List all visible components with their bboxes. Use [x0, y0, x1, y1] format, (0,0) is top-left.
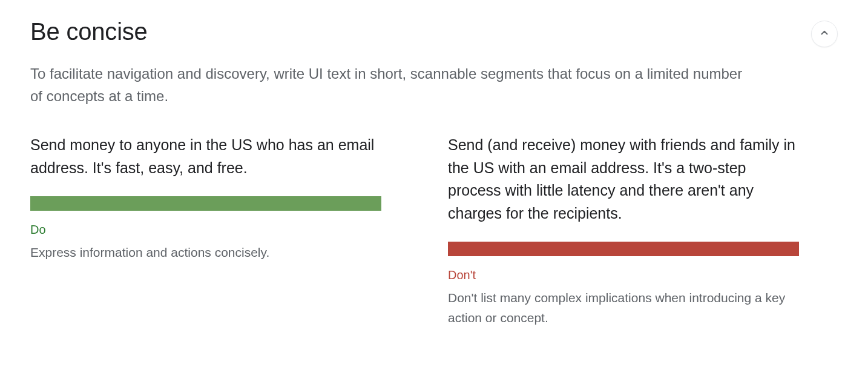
dont-example-text: Send (and receive) money with friends an… [448, 134, 799, 225]
example-columns: Send money to anyone in the US who has a… [30, 134, 838, 328]
do-example-text: Send money to anyone in the US who has a… [30, 134, 381, 179]
do-caption: Express information and actions concisel… [30, 243, 381, 263]
section-intro: To facilitate navigation and discovery, … [30, 62, 745, 107]
dont-column: Send (and receive) money with friends an… [448, 134, 799, 328]
dont-bar [448, 242, 799, 256]
section-title: Be concise [30, 18, 148, 45]
dont-tag: Don't [448, 268, 799, 282]
do-tag: Do [30, 223, 381, 237]
collapse-button[interactable] [811, 21, 838, 47]
do-column: Send money to anyone in the US who has a… [30, 134, 381, 328]
dont-caption: Don't list many complex implications whe… [448, 288, 799, 328]
do-bar [30, 196, 381, 211]
chevron-up-icon [819, 27, 830, 41]
